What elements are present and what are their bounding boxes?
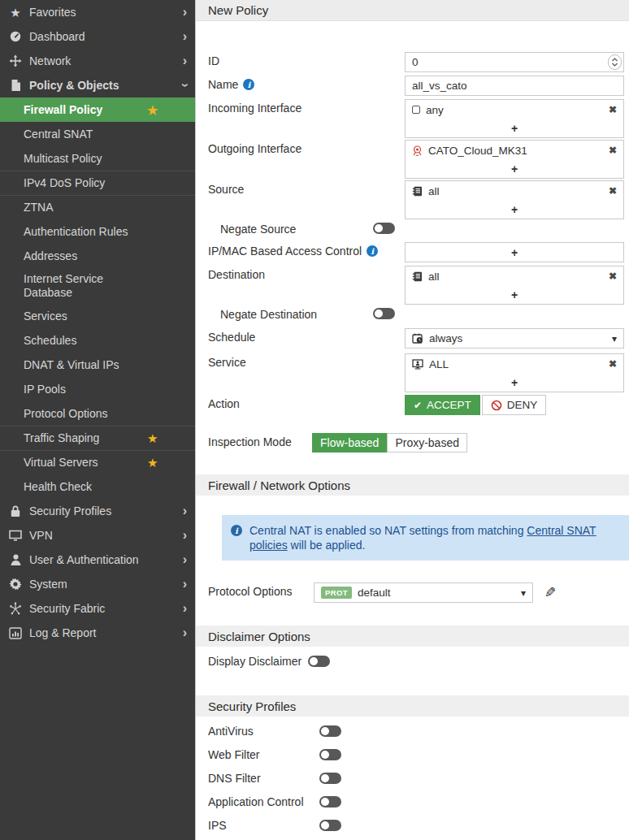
name-input[interactable] <box>405 76 624 96</box>
display-disclaimer-label: Display Disclaimer <box>208 655 301 668</box>
sidebar-item-ztna[interactable]: ZTNA <box>0 195 195 219</box>
add-entry-button[interactable]: + <box>406 201 623 219</box>
negate-source-toggle[interactable] <box>373 223 395 234</box>
destination-row: Destination all ✖ + <box>196 266 629 305</box>
sidebar-item-system[interactable]: System › <box>0 572 195 596</box>
section-firewall-network-options: Firewall / Network Options <box>196 474 629 496</box>
proxy-based-button[interactable]: Proxy-based <box>387 433 467 452</box>
add-entry-button[interactable]: + <box>406 160 623 178</box>
remove-entry-icon[interactable]: ✖ <box>609 145 617 156</box>
negate-destination-row: Negate Destination <box>196 308 629 321</box>
add-entry-button[interactable]: + <box>406 286 623 304</box>
name-label-wrap: Name i <box>208 76 405 91</box>
remove-entry-icon[interactable]: ✖ <box>609 358 617 370</box>
inspection-mode-label: Inspection Mode <box>208 433 312 448</box>
protocol-options-row: Protocol Options PROT default ▾ ✎ <box>196 582 629 603</box>
ip-mac-add-button[interactable]: + <box>405 242 624 262</box>
sidebar-item-network[interactable]: Network › <box>0 49 195 73</box>
sidebar-item-label: DNAT & Virtual IPs <box>24 358 147 372</box>
action-label: Action <box>208 395 405 410</box>
protocol-options-select[interactable]: PROT default ▾ <box>314 582 533 603</box>
source-field: all ✖ + <box>405 180 624 219</box>
chevron-right-icon: › <box>183 54 187 67</box>
application-control-toggle[interactable] <box>319 796 341 808</box>
sidebar-item-dashboard[interactable]: Dashboard › <box>0 24 195 49</box>
action-buttons: ✔ ACCEPT DENY <box>405 395 624 415</box>
sidebar-item-firewall-policy[interactable]: Firewall Policy ★ <box>0 97 195 122</box>
sidebar-item-multicast-policy[interactable]: Multicast Policy <box>0 146 195 171</box>
schedule-select[interactable]: always ▾ <box>405 328 624 349</box>
sidebar-item-schedules[interactable]: Schedules <box>0 328 195 353</box>
remove-entry-icon[interactable]: ✖ <box>609 185 617 197</box>
lock-icon <box>7 504 24 517</box>
ips-toggle[interactable] <box>319 820 341 831</box>
display-disclaimer-toggle[interactable] <box>308 656 330 667</box>
sidebar-item-protocol-options[interactable]: Protocol Options <box>0 401 195 426</box>
sidebar-item-user-authentication[interactable]: User & Authentication › <box>0 548 195 572</box>
negate-destination-toggle[interactable] <box>373 308 395 319</box>
accept-button[interactable]: ✔ ACCEPT <box>405 395 480 415</box>
name-row: Name i <box>196 76 629 96</box>
sidebar-item-health-check[interactable]: Health Check <box>0 474 195 499</box>
sidebar-item-label: Health Check <box>24 480 147 494</box>
id-stepper[interactable] <box>608 54 622 70</box>
sidebar-item-label: Internet Service Database <box>24 272 147 300</box>
sidebar-item-authentication-rules[interactable]: Authentication Rules <box>0 219 195 244</box>
sidebar-item-services[interactable]: Services <box>0 304 195 328</box>
sidebar-item-ipv4-dos-policy[interactable]: IPv4 DoS Policy <box>0 171 195 195</box>
sidebar-item-label: Schedules <box>24 334 147 348</box>
accept-label: ACCEPT <box>427 399 471 411</box>
remove-entry-icon[interactable]: ✖ <box>609 104 617 115</box>
address-entry[interactable]: all ✖ <box>406 181 623 201</box>
sidebar-item-virtual-servers[interactable]: Virtual Servers ★ <box>0 450 195 474</box>
outgoing-interface-row: Outgoing Interface CATO_Cloud_MK31 ✖ + <box>196 140 629 179</box>
notice-text-before: Central NAT is enabled so NAT settings f… <box>249 524 527 537</box>
add-entry-button[interactable]: + <box>406 119 623 137</box>
section-title: Security Profiles <box>208 699 296 713</box>
service-entry[interactable]: ALL ✖ <box>406 354 623 374</box>
page-title-text: New Policy <box>208 3 268 17</box>
display-disclaimer-row: Display Disclaimer <box>196 655 629 668</box>
id-input[interactable] <box>405 52 624 72</box>
sidebar-item-ip-pools[interactable]: IP Pools <box>0 377 195 401</box>
edit-pencil-icon[interactable]: ✎ <box>544 584 556 601</box>
web-filter-toggle[interactable] <box>319 749 341 760</box>
web-filter-row: Web Filter <box>196 748 629 761</box>
deny-button[interactable]: DENY <box>482 395 547 415</box>
sidebar-item-vpn[interactable]: VPN › <box>0 523 195 548</box>
sidebar-item-log-report[interactable]: Log & Report › <box>0 621 195 645</box>
sidebar-item-favorites[interactable]: ★ Favorites › <box>0 0 195 24</box>
sidebar-item-security-fabric[interactable]: Security Fabric › <box>0 596 195 621</box>
incoming-interface-label: Incoming Interface <box>208 99 405 115</box>
outgoing-interface-field: CATO_Cloud_MK31 ✖ + <box>405 140 624 179</box>
action-row: Action ✔ ACCEPT DENY <box>196 395 629 415</box>
sidebar-item-traffic-shaping[interactable]: Traffic Shaping ★ <box>0 426 195 450</box>
interface-entry[interactable]: any ✖ <box>406 100 623 119</box>
sidebar-item-addresses[interactable]: Addresses <box>0 244 195 268</box>
chevron-right-icon: › <box>183 504 187 517</box>
add-entry-button[interactable]: + <box>406 374 623 392</box>
sidebar-item-policy-objects[interactable]: Policy & Objects › <box>0 73 195 97</box>
prot-badge: PROT <box>321 587 352 600</box>
interface-entry[interactable]: CATO_Cloud_MK31 ✖ <box>406 141 623 160</box>
dns-filter-row: DNS Filter <box>196 772 629 785</box>
dns-filter-toggle[interactable] <box>319 773 341 784</box>
antivirus-label: AntiVirus <box>208 725 319 738</box>
ip-mac-label-wrap: IP/MAC Based Access Control i <box>208 242 405 258</box>
remove-entry-icon[interactable]: ✖ <box>609 271 617 282</box>
sidebar-nav: ★ Favorites › Dashboard › Network › Poli… <box>0 0 195 840</box>
star-icon: ★ <box>147 104 158 116</box>
sidebar-item-label: Services <box>24 310 147 323</box>
service-row: Service ALL ✖ + <box>196 353 629 392</box>
flow-based-button[interactable]: Flow-based <box>312 433 387 452</box>
sidebar-item-internet-service-database[interactable]: Internet Service Database <box>0 268 195 304</box>
sidebar-item-central-snat[interactable]: Central SNAT <box>0 122 195 146</box>
sidebar-item-security-profiles[interactable]: Security Profiles › <box>0 499 195 523</box>
dns-filter-label: DNS Filter <box>208 772 319 785</box>
address-entry[interactable]: all ✖ <box>406 266 623 286</box>
entry-label: CATO_Cloud_MK31 <box>428 145 603 157</box>
sidebar-item-label: Central SNAT <box>24 128 147 141</box>
sidebar-item-dnat-virtual-ips[interactable]: DNAT & Virtual IPs <box>0 353 195 377</box>
main-panel: New Policy ID Name i Incoming <box>195 0 629 840</box>
antivirus-toggle[interactable] <box>319 725 341 737</box>
